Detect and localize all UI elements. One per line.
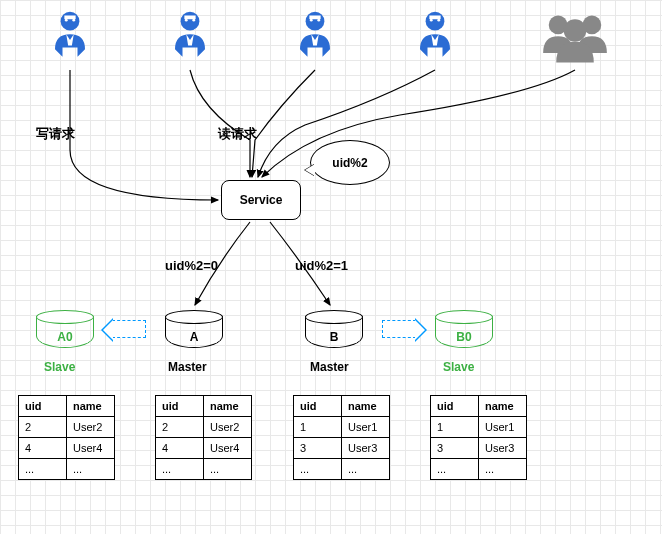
svg-rect-9 xyxy=(309,16,320,20)
col-uid: uid xyxy=(19,396,67,417)
write-request-label: 写请求 xyxy=(36,125,75,143)
svg-point-10 xyxy=(310,19,313,22)
group-icon xyxy=(530,8,620,68)
db-master-a: A xyxy=(165,310,223,348)
svg-point-7 xyxy=(192,19,195,22)
service-label: Service xyxy=(240,193,283,207)
table-row: 3User3 xyxy=(431,438,527,459)
svg-rect-1 xyxy=(64,16,75,20)
user-icon xyxy=(160,8,220,68)
master-label-a: Master xyxy=(168,360,207,374)
col-uid: uid xyxy=(156,396,204,417)
svg-point-2 xyxy=(65,19,68,22)
table-b: uidname 1User1 3User3 ...... xyxy=(293,395,390,480)
svg-point-6 xyxy=(185,19,188,22)
svg-point-8 xyxy=(306,12,325,31)
service-node: Service xyxy=(221,180,301,220)
user-icon xyxy=(405,8,465,68)
table-row: 1User1 xyxy=(294,417,390,438)
db-b0-label: B0 xyxy=(435,330,493,344)
table-row: ...... xyxy=(294,459,390,480)
branch-even-label: uid%2=0 xyxy=(165,258,218,273)
read-request-label: 读请求 xyxy=(218,125,257,143)
db-a-label: A xyxy=(165,330,223,344)
branch-odd-label: uid%2=1 xyxy=(295,258,348,273)
table-row: 1User1 xyxy=(431,417,527,438)
replication-arrow-left-icon xyxy=(112,320,146,338)
shard-rule: uid%2 xyxy=(332,156,367,170)
table-row: ...... xyxy=(431,459,527,480)
svg-point-0 xyxy=(61,12,80,31)
svg-point-11 xyxy=(317,19,320,22)
svg-rect-13 xyxy=(429,16,440,20)
table-row: 2User2 xyxy=(19,417,115,438)
db-slave-a0: A0 xyxy=(36,310,94,348)
col-name: name xyxy=(342,396,390,417)
col-name: name xyxy=(479,396,527,417)
col-name: name xyxy=(204,396,252,417)
table-row: ...... xyxy=(19,459,115,480)
user-icon xyxy=(40,8,100,68)
db-b-label: B xyxy=(305,330,363,344)
db-slave-b0: B0 xyxy=(435,310,493,348)
slave-label-a0: Slave xyxy=(44,360,75,374)
svg-point-15 xyxy=(437,19,440,22)
svg-rect-5 xyxy=(184,16,195,20)
table-a0: uidname 2User2 4User4 ...... xyxy=(18,395,115,480)
slave-label-b0: Slave xyxy=(443,360,474,374)
col-name: name xyxy=(67,396,115,417)
col-uid: uid xyxy=(431,396,479,417)
shard-bubble: uid%2 xyxy=(310,140,390,185)
col-uid: uid xyxy=(294,396,342,417)
master-label-b: Master xyxy=(310,360,349,374)
db-a0-label: A0 xyxy=(36,330,94,344)
replication-arrow-right-icon xyxy=(382,320,416,338)
svg-point-3 xyxy=(72,19,75,22)
user-icon xyxy=(285,8,345,68)
table-row: 4User4 xyxy=(156,438,252,459)
table-row: 4User4 xyxy=(19,438,115,459)
svg-point-4 xyxy=(181,12,200,31)
svg-point-18 xyxy=(564,19,587,42)
db-master-b: B xyxy=(305,310,363,348)
table-row: 3User3 xyxy=(294,438,390,459)
svg-point-14 xyxy=(430,19,433,22)
table-row: ...... xyxy=(156,459,252,480)
table-b0: uidname 1User1 3User3 ...... xyxy=(430,395,527,480)
table-a: uidname 2User2 4User4 ...... xyxy=(155,395,252,480)
svg-point-12 xyxy=(426,12,445,31)
table-row: 2User2 xyxy=(156,417,252,438)
